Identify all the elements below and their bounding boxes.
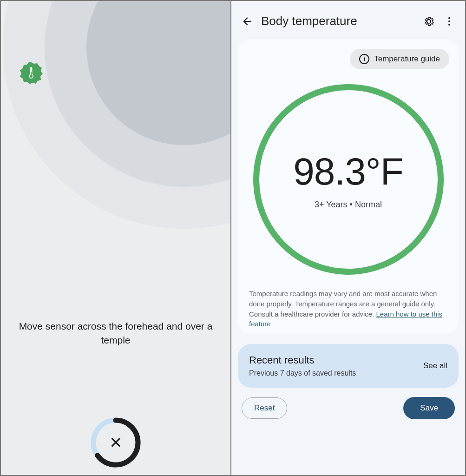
reset-button[interactable]: Reset (242, 397, 287, 419)
settings-button[interactable] (422, 15, 435, 28)
disclaimer-text: Temperature readings may vary and are mo… (247, 289, 449, 329)
button-row: Reset Save (231, 390, 465, 419)
recent-results-card[interactable]: Recent results Previous 7 days of saved … (238, 344, 459, 388)
save-button[interactable]: Save (403, 397, 455, 419)
more-button[interactable] (443, 15, 456, 28)
svg-point-7 (448, 20, 450, 22)
recent-subtitle: Previous 7 days of saved results (249, 369, 419, 377)
header: Body temperature (231, 1, 465, 33)
svg-point-8 (448, 24, 450, 26)
temperature-guide-chip[interactable]: i Temperature guide (350, 49, 449, 69)
see-all-link[interactable]: See all (423, 361, 447, 370)
svg-rect-3 (31, 72, 32, 76)
svg-point-6 (448, 17, 450, 19)
result-screen: Body temperature i Temperature guide 98.… (231, 1, 465, 475)
back-button[interactable] (241, 15, 254, 28)
result-card: i Temperature guide 98.3°F 3+ Years • No… (238, 40, 459, 334)
temperature-subtitle: 3+ Years • Normal (315, 200, 382, 210)
thermometer-badge-icon (20, 61, 43, 85)
radar-graphic (3, 1, 230, 229)
scan-screen: Move sensor across the forehead and over… (1, 1, 230, 475)
page-title: Body temperature (261, 14, 415, 28)
cancel-scan-button[interactable]: ✕ (88, 415, 144, 470)
scan-instruction: Move sensor across the forehead and over… (1, 319, 230, 348)
temperature-value: 98.3°F (293, 150, 403, 193)
recent-title: Recent results (249, 354, 419, 366)
guide-chip-label: Temperature guide (374, 54, 440, 64)
temperature-ring: 98.3°F 3+ Years • Normal (253, 84, 444, 275)
close-icon: ✕ (109, 435, 122, 450)
info-icon: i (359, 54, 369, 64)
